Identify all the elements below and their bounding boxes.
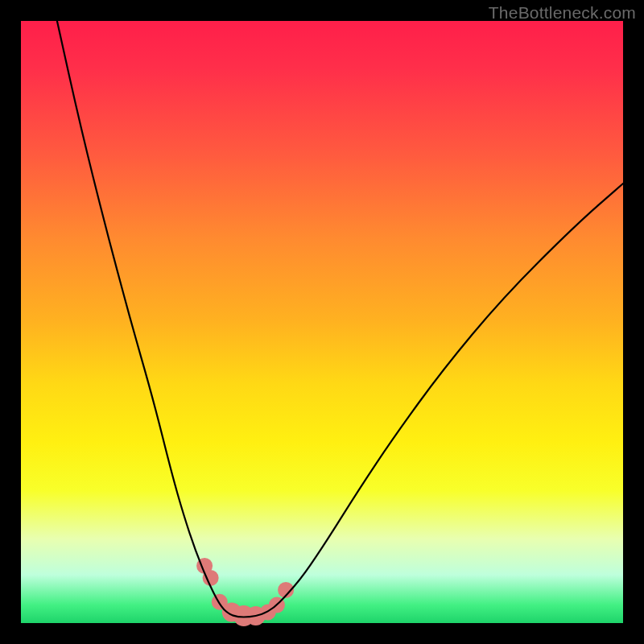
bottleneck-curve-svg	[21, 21, 623, 623]
chart-frame: TheBottleneck.com	[0, 0, 644, 644]
bottleneck-curve	[57, 21, 623, 617]
marker-cluster	[196, 558, 294, 626]
plot-area	[21, 21, 623, 623]
watermark-text: TheBottleneck.com	[489, 3, 636, 23]
